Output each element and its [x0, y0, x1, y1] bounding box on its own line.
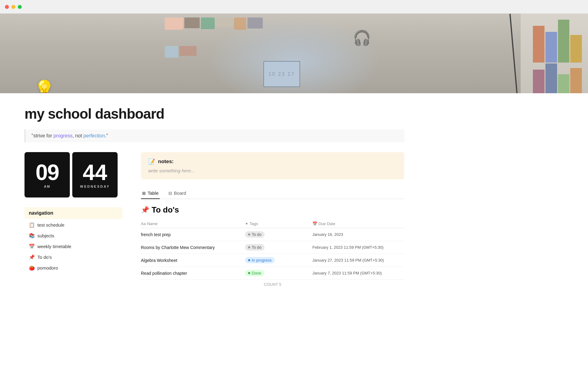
tag-badge-1: To do — [245, 244, 265, 251]
clock-hour-block: 09 AM — [24, 152, 70, 197]
row-date-1: February 1, 2023 11:59 PM (GMT+5:30) — [312, 245, 404, 250]
row-date-2: January 27, 2023 11:59 PM (GMT+5:30) — [312, 258, 404, 263]
minimize-button[interactable] — [11, 5, 15, 9]
hero-banner: 10 23 17 🎧 💡 — [0, 13, 588, 93]
notes-icon: 📝 — [148, 158, 155, 165]
row-date-0: January 16, 2023 — [312, 232, 404, 237]
page-title: my school dashboard — [24, 105, 404, 122]
nav-item-test-schedule[interactable]: 📋 test schedule — [24, 220, 123, 230]
todo-pin-icon: 📌 — [141, 206, 149, 214]
th-name-icon: Aa — [141, 221, 146, 226]
tab-table[interactable]: ⊞ Table — [141, 188, 160, 199]
window-chrome — [0, 0, 588, 13]
quote-middle: , not — [73, 133, 84, 138]
quote-suffix: ." — [105, 133, 108, 138]
maximize-button[interactable] — [18, 5, 22, 9]
clock-minute-block: 44 WEDNESDAY — [72, 152, 118, 197]
th-name: Aa Name — [141, 221, 245, 226]
tag-dot-0 — [248, 233, 250, 236]
row-tag-0: To do — [245, 231, 312, 238]
row-name-0: french test prep — [141, 232, 245, 237]
todo-title-text: To do's — [152, 205, 179, 215]
weekly-timetable-icon: 📅 — [29, 243, 35, 249]
tag-dot-2 — [248, 259, 250, 261]
close-button[interactable] — [5, 5, 9, 9]
count-label: COUNT — [264, 282, 278, 287]
tag-dot-1 — [248, 246, 250, 248]
nav-label-todos: To do's — [37, 255, 52, 260]
nav-item-pomodoro[interactable]: 🍅 pomodoro — [24, 263, 123, 273]
tag-badge-3: Done — [245, 270, 264, 276]
quote-word2: perfection — [83, 133, 105, 138]
row-tag-3: Done — [245, 270, 312, 276]
row-name-1: Rooms by Charlotte Mew Commentary — [141, 245, 245, 250]
quote-word1: progress — [53, 133, 72, 138]
todo-section-title: 📌 To do's — [141, 205, 404, 215]
todos-nav-icon: 📌 — [29, 254, 35, 260]
th-tags-icon: ✦ — [245, 221, 248, 226]
clock-display: 09 AM 44 WEDNESDAY — [24, 152, 123, 197]
tag-dot-3 — [248, 272, 250, 274]
notes-header: 📝 notes: — [148, 158, 397, 165]
row-date-3: January 7, 2023 11:59 PM (GMT+5:30) — [312, 271, 404, 275]
nav-header: navigation — [24, 207, 123, 219]
left-column: 09 AM 44 WEDNESDAY navigation 📋 test sch… — [24, 152, 123, 273]
notes-box: 📝 notes: write something here... — [141, 152, 404, 179]
row-tag-1: To do — [245, 244, 312, 251]
nav-label-pomodoro: pomodoro — [37, 265, 58, 270]
th-duedate: 📅 Due Date — [312, 221, 404, 226]
notes-placeholder[interactable]: write something here... — [148, 168, 397, 173]
table-row[interactable]: Read pollination chapter Done January 7,… — [141, 267, 404, 280]
tag-badge-0: To do — [245, 231, 265, 238]
board-tab-icon: ⊟ — [168, 191, 172, 196]
count-row: COUNT 5 — [141, 280, 404, 289]
quote-block: "strive for progress, not perfection." — [24, 129, 404, 142]
tab-board[interactable]: ⊟ Board — [167, 188, 187, 199]
tab-table-label: Table — [148, 190, 159, 196]
row-name-2: Algebra Worksheet — [141, 258, 245, 263]
th-date-icon: 📅 — [312, 221, 317, 226]
pomodoro-icon: 🍅 — [29, 265, 35, 271]
right-column: 📝 notes: write something here... ⊞ Table… — [141, 152, 404, 289]
row-tag-2: In progress — [245, 257, 312, 263]
table-header: Aa Name ✦ Tags 📅 Due Date — [141, 220, 404, 228]
subjects-icon: 📚 — [29, 233, 35, 239]
tag-badge-2: In progress — [245, 257, 275, 263]
nav-label-weekly-timetable: weekly timetable — [37, 244, 71, 249]
nav-label-test-schedule: test schedule — [37, 222, 64, 228]
main-layout: 09 AM 44 WEDNESDAY navigation 📋 test sch… — [24, 152, 404, 289]
table-row[interactable]: Algebra Worksheet In progress January 27… — [141, 254, 404, 267]
tab-board-label: Board — [174, 190, 186, 196]
nav-item-weekly-timetable[interactable]: 📅 weekly timetable — [24, 241, 123, 252]
row-name-3: Read pollination chapter — [141, 271, 245, 276]
navigation-section: navigation 📋 test schedule 📚 subjects 📅 … — [24, 207, 123, 273]
clock-day: WEDNESDAY — [80, 185, 110, 188]
notes-title: notes: — [158, 159, 174, 165]
clock-minute: 44 — [83, 161, 107, 183]
table-row[interactable]: Rooms by Charlotte Mew Commentary To do … — [141, 241, 404, 254]
content-area: my school dashboard "strive for progress… — [0, 93, 429, 314]
test-schedule-icon: 📋 — [29, 222, 35, 228]
count-value: 5 — [279, 282, 281, 287]
nav-label-subjects: subjects — [37, 233, 54, 238]
nav-item-subjects[interactable]: 📚 subjects — [24, 230, 123, 241]
table-row[interactable]: french test prep To do January 16, 2023 — [141, 228, 404, 241]
clock-am-label: AM — [44, 185, 50, 188]
clock-hour: 09 — [36, 161, 59, 183]
th-tags: ✦ Tags — [245, 221, 312, 226]
lightbulb-icon: 💡 — [34, 79, 55, 93]
table-tab-icon: ⊞ — [142, 191, 146, 196]
quote-prefix: "strive for — [32, 133, 53, 138]
nav-item-todos[interactable]: 📌 To do's — [24, 252, 123, 263]
tabs-row: ⊞ Table ⊟ Board — [141, 188, 404, 199]
